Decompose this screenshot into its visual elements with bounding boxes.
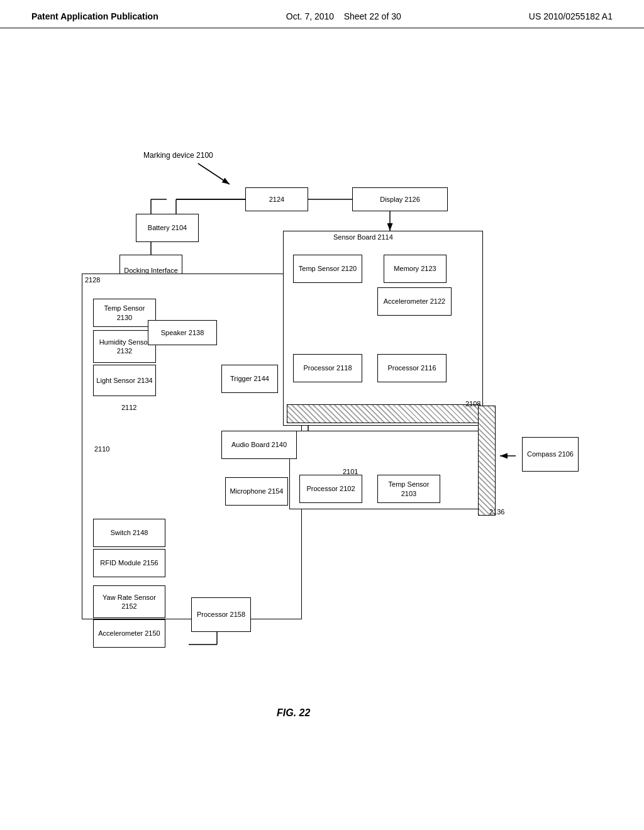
label-2136: 2136 — [489, 507, 504, 516]
label-2128: 2128 — [85, 275, 100, 284]
label-sensor-board: Sensor Board 2114 — [333, 233, 393, 241]
box-accelerometer-2150: Accelerometer 2150 — [93, 619, 165, 648]
box-switch-2148: Switch 2148 — [93, 519, 165, 547]
box-speaker-2138: Speaker 2138 — [148, 320, 217, 345]
box-processor-2118: Processor 2118 — [293, 354, 362, 382]
box-processor-2116: Processor 2116 — [377, 354, 447, 382]
box-display-2126: Display 2126 — [352, 187, 448, 211]
box-memory-2123: Memory 2123 — [384, 255, 447, 283]
box-processor-2158: Processor 2158 — [191, 597, 251, 632]
label-2110: 2110 — [94, 445, 109, 453]
svg-line-2 — [198, 163, 230, 184]
box-temp-sensor-2120: Temp Sensor 2120 — [293, 255, 362, 283]
box-2124: 2124 — [245, 187, 308, 211]
box-yaw-rate-2152: Yaw Rate Sensor 2152 — [93, 585, 165, 618]
box-temp-sensor-2103: Temp Sensor 2103 — [377, 475, 440, 503]
page-header: Patent Application Publication Oct. 7, 2… — [0, 0, 644, 28]
page: Patent Application Publication Oct. 7, 2… — [0, 0, 644, 830]
box-hatched-2136 — [478, 406, 496, 516]
header-date-sheet: Oct. 7, 2010 Sheet 22 of 30 — [286, 11, 401, 21]
box-battery-2104: Battery 2104 — [136, 214, 199, 242]
box-accelerometer-2122: Accelerometer 2122 — [377, 287, 452, 316]
diagram-area: Marking device 2100 2124 Battery 2104 Di… — [0, 28, 644, 751]
label-2108: 2108 — [465, 399, 480, 408]
box-processor-2102: Processor 2102 — [299, 475, 362, 503]
marking-device-label: Marking device 2100 — [143, 151, 213, 160]
box-rfid-2156: RFID Module 2156 — [93, 549, 165, 577]
label-2101: 2101 — [343, 467, 358, 476]
box-audio-board-2140: Audio Board 2140 — [221, 431, 297, 459]
box-hatched-2108 — [287, 404, 480, 423]
box-compass-2106: Compass 2106 — [522, 437, 579, 472]
box-light-sensor-2134: Light Sensor 2134 — [93, 365, 156, 396]
box-microphone-2154: Microphone 2154 — [225, 477, 288, 506]
box-humidity-sensor-2132: Humidity Sensor 2132 — [93, 330, 156, 363]
sheet-number: Sheet 22 of 30 — [344, 11, 401, 21]
label-2112: 2112 — [121, 403, 136, 412]
figure-label: FIG. 22 — [277, 707, 310, 719]
box-temp-sensor-2130: Temp Sensor 2130 — [93, 299, 156, 327]
box-trigger-2144: Trigger 2144 — [221, 365, 278, 393]
header-publication-type: Patent Application Publication — [31, 11, 158, 21]
header-patent-number: US 2010/0255182 A1 — [529, 11, 613, 21]
